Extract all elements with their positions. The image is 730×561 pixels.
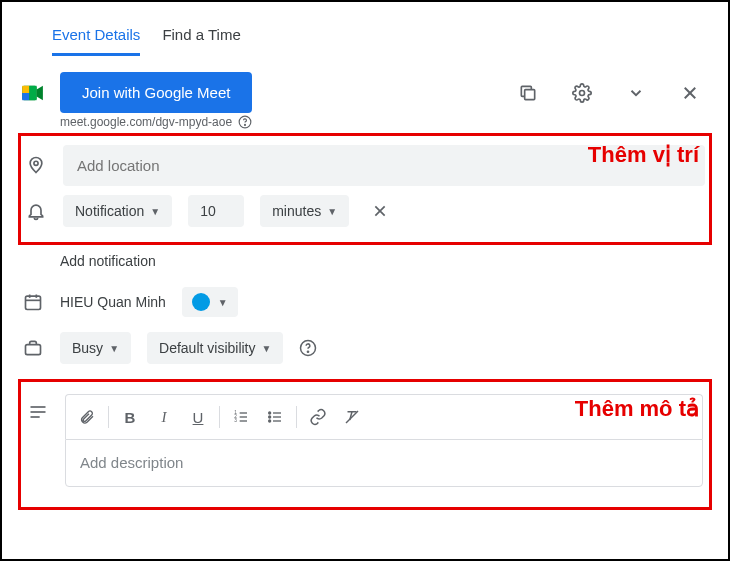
description-textarea[interactable]: Add description [65, 439, 703, 487]
svg-point-32 [269, 412, 271, 414]
italic-icon[interactable]: I [147, 401, 181, 433]
meet-link-text: meet.google.com/dgv-mpyd-aoe [60, 115, 232, 129]
notification-bell-icon [25, 201, 47, 221]
tabs: Event Details Find a Time [22, 20, 708, 56]
description-icon [27, 404, 49, 420]
close-icon[interactable] [672, 75, 708, 111]
copy-link-icon[interactable] [510, 75, 546, 111]
location-icon [25, 155, 47, 175]
calendar-icon [22, 292, 44, 312]
join-google-meet-button[interactable]: Join with Google Meet [60, 72, 252, 113]
settings-icon[interactable] [564, 75, 600, 111]
svg-point-10 [34, 161, 38, 165]
calendar-owner: HIEU Quan Minh [60, 294, 166, 310]
calendar-color-dot-icon [192, 293, 210, 311]
svg-rect-1 [22, 85, 29, 92]
annotation-description: Thêm mô tả [575, 396, 699, 422]
visibility-select[interactable]: Default visibility▼ [147, 332, 283, 364]
calendar-color-select[interactable]: ▼ [182, 287, 238, 317]
svg-point-33 [269, 416, 271, 418]
svg-point-34 [269, 420, 271, 422]
svg-point-9 [245, 124, 246, 125]
svg-point-5 [580, 90, 585, 95]
remove-notification-icon[interactable] [365, 193, 395, 229]
svg-rect-2 [22, 93, 29, 100]
help-icon[interactable] [299, 339, 317, 357]
svg-rect-17 [26, 345, 41, 355]
insert-link-icon[interactable] [301, 401, 335, 433]
help-icon[interactable] [238, 115, 252, 129]
svg-rect-3 [29, 85, 36, 99]
bulleted-list-icon[interactable] [258, 401, 292, 433]
google-meet-icon [22, 84, 44, 102]
tab-find-a-time[interactable]: Find a Time [162, 20, 240, 56]
notification-unit-select[interactable]: minutes▼ [260, 195, 349, 227]
clear-formatting-icon[interactable] [335, 401, 369, 433]
bold-icon[interactable]: B [113, 401, 147, 433]
numbered-list-icon[interactable]: 123 [224, 401, 258, 433]
tab-event-details[interactable]: Event Details [52, 20, 140, 56]
add-notification-button[interactable]: Add notification [60, 245, 708, 279]
svg-rect-13 [26, 296, 41, 309]
annotation-location: Thêm vị trí [588, 142, 699, 168]
svg-rect-4 [525, 89, 535, 99]
svg-point-19 [308, 351, 309, 352]
notification-value-input[interactable]: 10 [188, 195, 244, 227]
underline-icon[interactable]: U [181, 401, 215, 433]
svg-text:3: 3 [234, 418, 237, 423]
availability-select[interactable]: Busy▼ [60, 332, 131, 364]
chevron-down-icon[interactable] [618, 75, 654, 111]
attach-file-icon[interactable] [70, 401, 104, 433]
notification-type-select[interactable]: Notification▼ [63, 195, 172, 227]
briefcase-icon [22, 338, 44, 358]
